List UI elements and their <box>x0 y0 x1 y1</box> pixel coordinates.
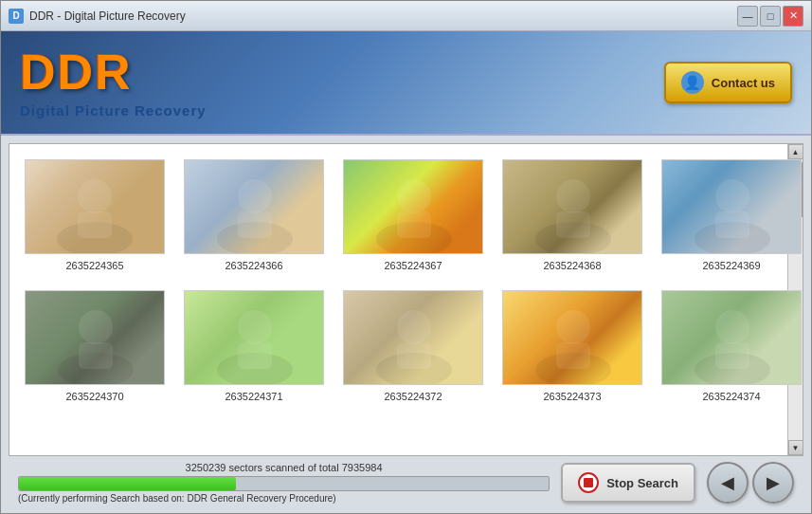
stop-search-button[interactable]: Stop Search <box>561 463 695 503</box>
progress-label: 3250239 sectors scanned of total 7935984 <box>18 462 550 473</box>
gallery-item-label: 2635224369 <box>702 260 760 271</box>
header: DDR Digital Picture Recovery 👤 Contact u… <box>1 31 811 136</box>
status-progress-area: 3250239 sectors scanned of total 7935984… <box>18 462 550 504</box>
gallery-item[interactable]: 2635224370 <box>25 290 165 402</box>
gallery-item[interactable]: 2635224369 <box>661 159 802 271</box>
gallery-thumbnail[interactable] <box>343 290 483 385</box>
gallery-thumbnail[interactable] <box>343 159 483 254</box>
gallery-item[interactable]: 2635224373 <box>502 290 642 402</box>
svg-point-10 <box>556 179 590 213</box>
gallery-item-label: 2635224368 <box>543 260 601 271</box>
progress-bar-inner <box>19 477 236 490</box>
gallery-item-label: 2635224374 <box>702 391 760 402</box>
status-row: 3250239 sectors scanned of total 7935984… <box>18 462 794 504</box>
contact-label: Contact us <box>712 76 775 90</box>
gallery-item-label: 2635224370 <box>65 391 123 402</box>
scroll-down-arrow[interactable]: ▼ <box>788 440 803 455</box>
stop-square <box>584 478 593 487</box>
titlebar-controls: — □ ✕ <box>737 6 803 27</box>
gallery-item-label: 2635224372 <box>384 391 442 402</box>
svg-point-25 <box>556 310 590 344</box>
gallery-thumbnail[interactable] <box>25 290 165 385</box>
svg-rect-2 <box>78 211 112 238</box>
gallery-item[interactable]: 2635224366 <box>184 159 324 271</box>
logo-text: DDR <box>20 47 207 97</box>
svg-rect-29 <box>715 342 749 369</box>
svg-rect-20 <box>238 342 272 369</box>
svg-point-1 <box>78 179 112 213</box>
svg-rect-23 <box>397 342 431 369</box>
prev-button[interactable]: ◀ <box>707 462 749 504</box>
main-area: ▲ ▼ 2635224365 2635224366 2635224367 263… <box>1 136 811 514</box>
svg-rect-26 <box>556 342 590 369</box>
svg-point-13 <box>715 179 749 213</box>
app-subtitle: Digital Picture Recovery <box>20 102 207 119</box>
statusbar: 3250239 sectors scanned of total 7935984… <box>9 456 803 507</box>
gallery-thumbnail[interactable] <box>502 159 642 254</box>
contact-icon: 👤 <box>681 71 704 94</box>
svg-point-4 <box>238 179 272 213</box>
svg-rect-14 <box>715 211 749 238</box>
progress-bar-outer <box>18 476 550 491</box>
svg-point-19 <box>238 310 272 344</box>
titlebar: D DDR - Digital Picture Recovery — □ ✕ <box>1 1 811 31</box>
svg-rect-11 <box>556 211 590 238</box>
gallery-item[interactable]: 2635224372 <box>343 290 483 402</box>
svg-rect-17 <box>79 342 113 369</box>
gallery-item[interactable]: 2635224365 <box>25 159 165 271</box>
stop-icon <box>578 472 599 493</box>
header-branding: DDR Digital Picture Recovery <box>20 47 207 119</box>
gallery-thumbnail[interactable] <box>184 290 324 385</box>
gallery-item[interactable]: 2635224367 <box>343 159 483 271</box>
scroll-up-arrow[interactable]: ▲ <box>788 144 803 159</box>
maximize-button[interactable]: □ <box>760 6 781 27</box>
gallery-item[interactable]: 2635224368 <box>502 159 642 271</box>
gallery-item[interactable]: 2635224374 <box>661 290 802 402</box>
gallery-item-label: 2635224366 <box>225 260 282 271</box>
gallery-item-label: 2635224371 <box>225 391 282 402</box>
gallery-item-label: 2635224373 <box>543 391 601 402</box>
app-icon: D <box>9 9 24 24</box>
gallery-thumbnail[interactable] <box>25 159 165 254</box>
titlebar-title: DDR - Digital Picture Recovery <box>29 9 737 23</box>
svg-point-22 <box>397 310 431 344</box>
gallery-scroll-area[interactable]: 2635224365 2635224366 2635224367 2635224… <box>9 144 803 455</box>
gallery-item[interactable]: 2635224371 <box>184 290 324 402</box>
close-button[interactable]: ✕ <box>783 6 803 27</box>
svg-point-28 <box>715 310 749 344</box>
gallery-thumbnail[interactable] <box>184 159 324 254</box>
stop-search-label: Stop Search <box>606 476 678 490</box>
svg-point-16 <box>79 310 113 344</box>
gallery-item-label: 2635224367 <box>384 260 442 271</box>
gallery-container: ▲ ▼ 2635224365 2635224366 2635224367 263… <box>9 143 803 456</box>
status-note: (Currently performing Search based on: D… <box>18 493 550 504</box>
gallery-item-label: 2635224365 <box>65 260 123 271</box>
contact-button[interactable]: 👤 Contact us <box>664 62 792 103</box>
gallery-thumbnail[interactable] <box>661 290 802 385</box>
minimize-button[interactable]: — <box>737 6 758 27</box>
gallery-thumbnail[interactable] <box>661 159 802 254</box>
gallery-grid: 2635224365 2635224366 2635224367 2635224… <box>25 159 787 402</box>
gallery-thumbnail[interactable] <box>502 290 642 385</box>
svg-rect-5 <box>238 211 272 238</box>
svg-point-7 <box>397 179 431 213</box>
next-button[interactable]: ▶ <box>752 462 794 504</box>
navigation-buttons: ◀ ▶ <box>707 462 794 504</box>
svg-rect-8 <box>397 211 431 238</box>
